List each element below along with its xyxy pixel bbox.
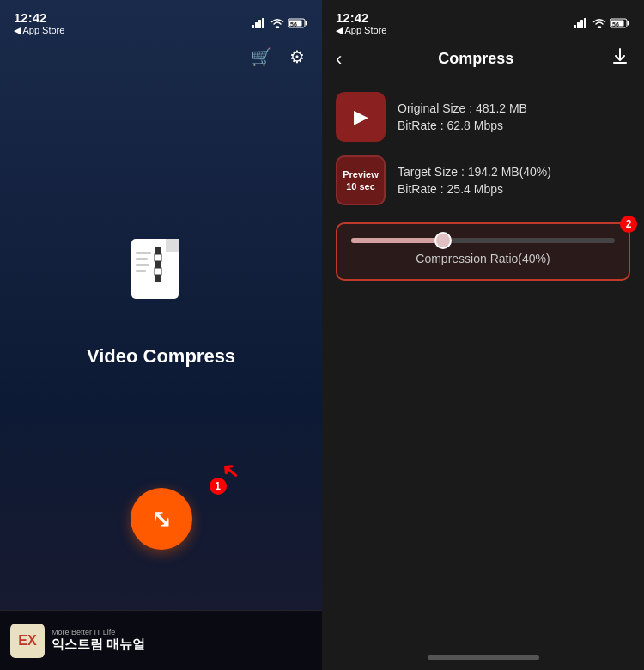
svg-rect-18	[136, 270, 146, 272]
right-status-icons: 56	[574, 18, 630, 28]
preview-label: Preview	[343, 169, 379, 180]
svg-rect-15	[136, 252, 151, 254]
file-compress-icon	[127, 234, 196, 320]
wifi-icon	[270, 18, 284, 28]
app-title: Video Compress	[87, 345, 235, 368]
preview-thumbnail[interactable]: Preview 10 sec	[336, 155, 386, 205]
right-battery-icon: 56	[610, 18, 630, 28]
svg-rect-24	[628, 21, 629, 26]
left-status-icons: 56	[252, 18, 308, 28]
original-details: Original Size : 481.2 MB BitRate : 62.8 …	[398, 101, 527, 132]
target-details: Target Size : 194.2 MB(40%) BitRate : 25…	[398, 165, 551, 196]
play-icon: ▶	[354, 106, 368, 128]
slider-container	[351, 238, 615, 243]
home-indicator	[322, 644, 644, 670]
right-panel: 12:42 ◀ App Store 56 ‹	[322, 0, 644, 670]
original-size-text: Original Size : 481.2 MB	[398, 101, 527, 115]
badge-1: 1	[210, 478, 227, 495]
battery-icon: 56	[288, 18, 308, 28]
svg-rect-10	[155, 247, 161, 254]
target-info-row: Preview 10 sec Target Size : 194.2 MB(40…	[336, 155, 630, 205]
settings-icon[interactable]: ⚙	[289, 46, 305, 67]
slider-thumb[interactable]	[434, 232, 452, 249]
fab-area: ➜ 1 ⤡	[131, 488, 192, 550]
svg-rect-22	[584, 18, 586, 28]
app-icon-container	[123, 230, 200, 325]
svg-rect-21	[580, 20, 583, 28]
bottom-bar: EX More Better IT Life 익스트림 매뉴얼	[0, 610, 322, 670]
svg-rect-13	[155, 268, 161, 275]
fab-compress-button[interactable]: ⤡	[131, 488, 192, 550]
signal-icon	[252, 18, 267, 28]
preview-sec: 10 sec	[346, 181, 375, 192]
compress-arrows-icon: ⤡	[151, 505, 171, 533]
svg-text:56: 56	[290, 21, 297, 27]
svg-rect-12	[155, 261, 161, 268]
svg-rect-27	[613, 62, 627, 64]
svg-text:56: 56	[612, 21, 619, 27]
svg-rect-9	[166, 239, 179, 252]
cart-icon[interactable]: 🛒	[251, 46, 272, 67]
home-indicator-bar	[428, 655, 539, 660]
bottom-logo: EX More Better IT Life 익스트림 매뉴얼	[10, 624, 145, 658]
video-info-section: ▶ Original Size : 481.2 MB BitRate : 62.…	[322, 82, 644, 216]
svg-rect-2	[258, 20, 261, 28]
svg-rect-1	[255, 22, 258, 28]
logo-sub: More Better IT Life	[52, 628, 145, 636]
svg-rect-0	[252, 25, 254, 28]
right-app-store[interactable]: ◀ App Store	[336, 25, 386, 36]
left-time: 12:42	[14, 10, 64, 25]
compression-label: Compression Ratio(40%)	[351, 252, 615, 265]
compression-section: 2 Compression Ratio(40%)	[336, 222, 630, 281]
download-icon	[610, 46, 630, 67]
logo-box: EX	[10, 624, 45, 658]
slider-fill	[351, 238, 443, 243]
svg-rect-20	[577, 22, 580, 28]
toolbar-left: 🛒 ⚙	[0, 40, 322, 74]
svg-rect-16	[136, 258, 148, 260]
target-size-text: Target Size : 194.2 MB(40%)	[398, 165, 551, 179]
svg-rect-14	[155, 275, 161, 282]
right-signal-icon	[574, 18, 589, 28]
left-panel: 12:42 ◀ App Store 56	[0, 0, 322, 670]
right-status-left: 12:42 ◀ App Store	[336, 10, 386, 36]
status-bar-left: 12:42 ◀ App Store 56	[0, 0, 322, 40]
video-thumbnail[interactable]: ▶	[336, 92, 386, 142]
svg-rect-11	[155, 254, 161, 261]
nav-download-button[interactable]	[610, 46, 630, 71]
nav-bar: ‹ Compress	[322, 40, 644, 82]
target-bitrate-text: BitRate : 25.4 Mbps	[398, 182, 551, 196]
badge-2: 2	[620, 216, 637, 233]
nav-back-button[interactable]: ‹	[336, 48, 342, 70]
right-wifi-icon	[592, 18, 606, 28]
svg-rect-19	[574, 25, 576, 28]
left-app-store[interactable]: ◀ App Store	[14, 25, 64, 36]
original-info-row: ▶ Original Size : 481.2 MB BitRate : 62.…	[336, 92, 630, 142]
left-status-left: 12:42 ◀ App Store	[14, 10, 64, 36]
nav-title: Compress	[438, 50, 513, 68]
svg-rect-5	[306, 21, 307, 26]
svg-rect-3	[262, 18, 264, 28]
original-bitrate-text: BitRate : 62.8 Mbps	[398, 119, 527, 132]
logo-text-area: More Better IT Life 익스트림 매뉴얼	[52, 628, 145, 653]
status-bar-right: 12:42 ◀ App Store 56	[322, 0, 644, 40]
logo-main-text: 익스트림 매뉴얼	[52, 636, 145, 653]
right-time: 12:42	[336, 10, 386, 25]
svg-rect-17	[136, 264, 149, 266]
slider-track	[351, 238, 615, 243]
